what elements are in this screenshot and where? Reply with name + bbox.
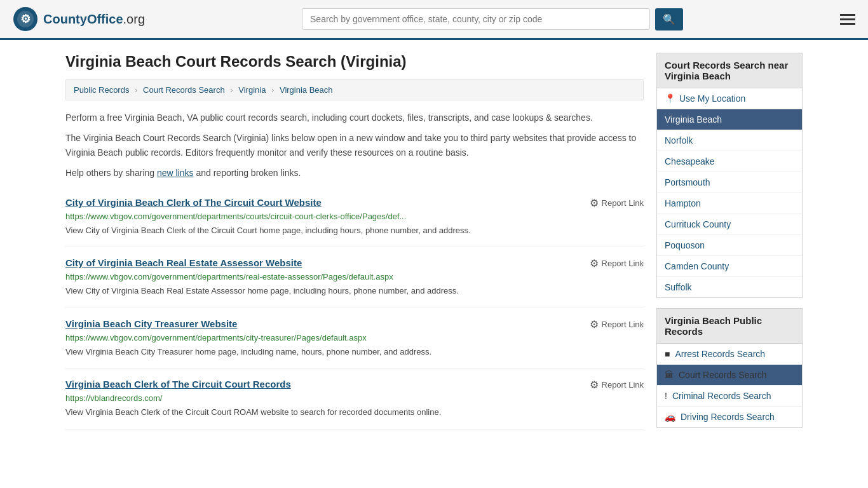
sidebar-nearby-link-3[interactable]: Portsmouth: [665, 177, 710, 187]
location-icon: 📍: [665, 93, 675, 104]
sidebar-nearby-item-1[interactable]: Norfolk: [657, 130, 802, 151]
report-link-3[interactable]: ⚙ Report Link: [590, 379, 644, 391]
breadcrumb-sep-1: ›: [135, 85, 137, 95]
report-link-1[interactable]: ⚙ Report Link: [590, 257, 644, 269]
results-list: City of Virginia Beach Clerk of The Circ…: [65, 187, 644, 430]
breadcrumb-public-records[interactable]: Public Records: [74, 85, 129, 95]
result-header: City of Virginia Beach Real Estate Asses…: [65, 257, 644, 269]
breadcrumb-court-records[interactable]: Court Records Search: [143, 85, 225, 95]
description-1: Perform a free Virginia Beach, VA public…: [65, 111, 644, 125]
content-area: Virginia Beach Court Records Search (Vir…: [65, 53, 644, 438]
result-url-2: https://www.vbgov.com/government/departm…: [65, 333, 644, 342]
menu-line-1: [840, 14, 855, 16]
sidebar-nearby-label-0: Virginia Beach: [665, 114, 722, 125]
result-item: City of Virginia Beach Real Estate Asses…: [65, 247, 644, 308]
report-label-2: Report Link: [602, 320, 644, 329]
sidebar-nearby-item-7[interactable]: Camden County: [657, 256, 802, 277]
sidebar-public-records-title: Virginia Beach Public Records: [656, 308, 803, 344]
logo-text: CountyOffice.org: [43, 12, 145, 27]
logo-icon: ⚙: [13, 6, 38, 32]
sidebar-nearby-link-1[interactable]: Norfolk: [665, 135, 693, 146]
result-title-1[interactable]: City of Virginia Beach Real Estate Asses…: [65, 257, 302, 268]
new-links-link[interactable]: new links: [157, 168, 194, 178]
sidebar-pr-item-0[interactable]: ■Arrest Records Search: [657, 344, 802, 365]
breadcrumb: Public Records › Court Records Search › …: [65, 79, 644, 100]
result-title-0[interactable]: City of Virginia Beach Clerk of The Circ…: [65, 197, 322, 208]
report-label-1: Report Link: [602, 259, 644, 268]
pr-icon-3: 🚗: [665, 412, 675, 422]
breadcrumb-virginia-beach[interactable]: Virginia Beach: [280, 85, 333, 95]
sidebar-nearby-list: 📍 Use My Location Virginia BeachNorfolkC…: [656, 88, 803, 298]
sidebar-nearby-title: Court Records Search near Virginia Beach: [656, 53, 803, 88]
result-header: Virginia Beach Clerk of The Circuit Cour…: [65, 379, 644, 391]
main-container: Virginia Beach Court Records Search (Vir…: [53, 40, 815, 451]
sidebar-nearby-link-7[interactable]: Camden County: [665, 261, 729, 271]
report-label-3: Report Link: [602, 380, 644, 390]
pr-icon-2: !: [665, 391, 667, 401]
report-label-0: Report Link: [602, 198, 644, 208]
result-item: Virginia Beach Clerk of The Circuit Cour…: [65, 369, 644, 430]
result-url-0: https://www.vbgov.com/government/departm…: [65, 212, 644, 221]
svg-text:⚙: ⚙: [20, 13, 31, 25]
report-link-2[interactable]: ⚙ Report Link: [590, 318, 644, 330]
result-desc-3: View Virginia Beach Clerk of the Circuit…: [65, 406, 644, 419]
sidebar-nearby-link-8[interactable]: Suffolk: [665, 282, 692, 292]
pr-link-3[interactable]: Driving Records Search: [681, 412, 775, 422]
desc3-post: and reporting broken links.: [194, 168, 301, 178]
result-title-3[interactable]: Virginia Beach Clerk of The Circuit Cour…: [65, 379, 291, 390]
use-location-item[interactable]: 📍 Use My Location: [657, 88, 802, 109]
result-url-1: https://www.vbgov.com/government/departm…: [65, 272, 644, 281]
result-item: City of Virginia Beach Clerk of The Circ…: [65, 187, 644, 248]
search-input[interactable]: [302, 8, 650, 30]
report-icon-2: ⚙: [590, 318, 599, 330]
sidebar-nearby-link-5[interactable]: Currituck County: [665, 219, 731, 229]
sidebar-nearby-item-3[interactable]: Portsmouth: [657, 172, 802, 193]
sidebar-nearby-item-4[interactable]: Hampton: [657, 193, 802, 214]
sidebar-nearby-link-4[interactable]: Hampton: [665, 198, 701, 208]
report-icon-0: ⚙: [590, 197, 599, 209]
pr-icon-0: ■: [665, 349, 670, 359]
sidebar-pr-item-1[interactable]: 🏛Court Records Search: [657, 365, 802, 386]
report-link-0[interactable]: ⚙ Report Link: [590, 197, 644, 209]
search-icon: 🔍: [663, 14, 675, 25]
result-desc-1: View City of Virginia Beach Real Estate …: [65, 285, 644, 297]
breadcrumb-sep-2: ›: [230, 85, 233, 95]
sidebar-nearby-link-6[interactable]: Poquoson: [665, 240, 705, 250]
menu-button[interactable]: [840, 14, 855, 25]
pr-link-0[interactable]: Arrest Records Search: [675, 349, 765, 359]
sidebar-pr-item-2[interactable]: !Criminal Records Search: [657, 386, 802, 407]
menu-line-3: [840, 23, 855, 25]
header: ⚙ CountyOffice.org 🔍: [0, 0, 868, 40]
use-location-link[interactable]: Use My Location: [679, 93, 745, 104]
desc3-pre: Help others by sharing: [65, 168, 157, 178]
report-icon-1: ⚙: [590, 257, 599, 269]
sidebar-nearby-item-2[interactable]: Chesapeake: [657, 151, 802, 172]
search-area: 🔍: [302, 8, 683, 30]
menu-line-2: [840, 18, 855, 20]
sidebar-pr-item-3[interactable]: 🚗Driving Records Search: [657, 407, 802, 427]
sidebar-nearby-item-8[interactable]: Suffolk: [657, 277, 802, 297]
logo-area: ⚙ CountyOffice.org: [13, 6, 145, 32]
description-2: The Virginia Beach Court Records Search …: [65, 131, 644, 159]
search-button[interactable]: 🔍: [655, 8, 683, 30]
sidebar-nearby-link-2[interactable]: Chesapeake: [665, 156, 715, 166]
result-header: City of Virginia Beach Clerk of The Circ…: [65, 197, 644, 209]
result-title-2[interactable]: Virginia Beach City Treasurer Website: [65, 318, 237, 329]
report-icon-3: ⚙: [590, 379, 599, 391]
description-3: Help others by sharing new links and rep…: [65, 166, 644, 180]
sidebar-public-records-list: ■Arrest Records Search🏛Court Records Sea…: [656, 344, 803, 428]
pr-link-2[interactable]: Criminal Records Search: [672, 391, 771, 401]
pr-icon-1: 🏛: [665, 370, 674, 380]
result-item: Virginia Beach City Treasurer Website ⚙ …: [65, 308, 644, 369]
breadcrumb-virginia[interactable]: Virginia: [238, 85, 266, 95]
sidebar: Court Records Search near Virginia Beach…: [656, 53, 803, 438]
sidebar-nearby-item-5[interactable]: Currituck County: [657, 214, 802, 235]
sidebar-nearby-item-0[interactable]: Virginia Beach: [657, 109, 802, 130]
result-url-3: https://vblandrecords.com/: [65, 393, 644, 403]
breadcrumb-sep-3: ›: [271, 85, 274, 95]
sidebar-nearby-item-6[interactable]: Poquoson: [657, 235, 802, 256]
result-desc-0: View City of Virginia Beach Clerk of the…: [65, 224, 644, 237]
pr-label-1: Court Records Search: [679, 370, 767, 380]
result-header: Virginia Beach City Treasurer Website ⚙ …: [65, 318, 644, 330]
result-desc-2: View Virginia Beach City Treasurer home …: [65, 346, 644, 358]
